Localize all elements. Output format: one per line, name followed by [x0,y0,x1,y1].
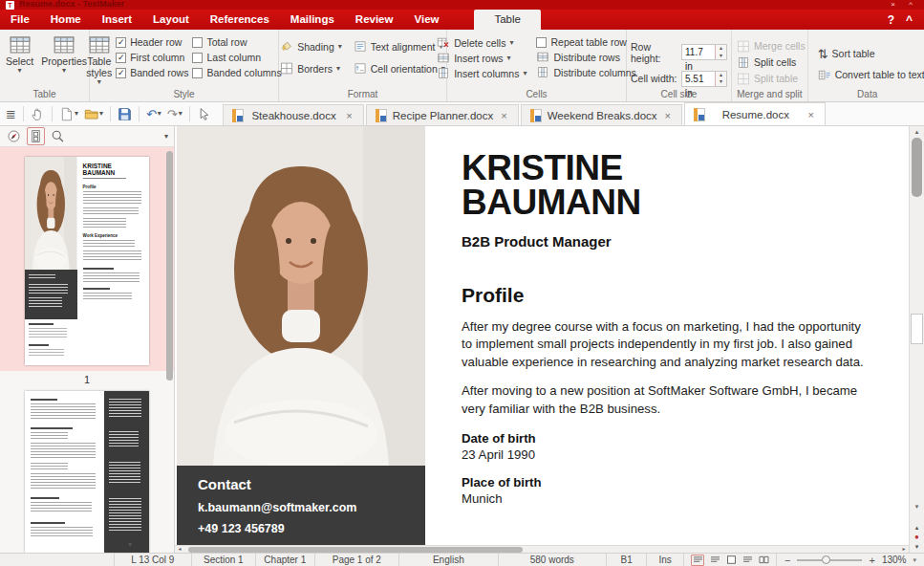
cell-width-input[interactable]: 5.51 in ▴ ▾ [681,71,727,87]
checkbox-banded-rows[interactable]: Banded rows [116,67,188,78]
table-styles-button[interactable]: Table styles ▾ [86,33,112,86]
scroll-down-icon[interactable]: ▾ [910,503,924,511]
page-2-thumbnail[interactable] [25,391,149,553]
close-icon[interactable]: × [663,110,673,121]
checkbox-first-column[interactable]: First column [116,52,188,63]
chevron-down-icon: ▾ [158,110,161,118]
normal-view-icon[interactable] [691,555,704,566]
horizontal-scroll-thumb[interactable] [188,547,523,553]
open-document-button[interactable]: ▾ [82,105,105,123]
page-view-icon[interactable] [725,555,737,565]
status-page[interactable]: Page 1 of 2 [314,554,398,566]
sort-table-button[interactable]: ⇅ Sort table [818,48,875,60]
sort-icon: ⇅ [818,48,828,60]
status-cell-reference[interactable]: B1 [606,554,646,566]
resume-text-column: KRISTINE BAUMANN B2B Product Manager Pro… [462,151,874,506]
fullscreen-view-icon[interactable] [741,555,753,565]
text-alignment-icon [354,40,367,53]
zoom-out-icon[interactable]: − [784,555,790,566]
doc-tab-weekend-breaks[interactable]: Weekend Breaks.docx × [521,104,682,125]
new-document-button[interactable]: ▾ [57,105,80,123]
zoom-options-icon[interactable]: ▾ [913,556,916,564]
vertical-scrollbar[interactable]: ▴ ▾ ▴ ● ▾ [909,126,924,553]
scroll-left-icon[interactable]: ◂ [175,546,184,553]
checkbox-total-row[interactable]: Total row [192,36,281,48]
close-icon[interactable]: × [499,110,508,121]
menu-review[interactable]: Review [345,10,404,30]
collapse-ribbon-icon[interactable]: ^ [906,13,913,27]
vertical-scroll-thumb[interactable] [912,138,922,197]
borders-button[interactable]: Borders ▾ [280,62,342,75]
close-icon[interactable]: × [344,110,354,121]
window-controls[interactable]: × ^ [891,0,918,10]
cell-orientation-button[interactable]: Cell orientation ▾ [354,62,445,75]
row-height-input[interactable]: 11.7 in ▴ ▾ [681,44,727,60]
tab-table-context[interactable]: Table [474,10,541,30]
menu-file[interactable]: File [0,10,40,30]
document-page[interactable]: Contact k.baumann@softmaker.com +49 123 … [175,126,909,545]
chevron-down-icon: ▾ [75,110,78,118]
distribute-columns-button[interactable]: Distribute columns [536,66,635,78]
menu-home[interactable]: Home [40,10,92,30]
select-button[interactable]: Select ▾ [2,33,37,75]
checkbox-last-column[interactable]: Last column [192,52,281,63]
properties-button[interactable]: Properties ▾ [41,33,87,75]
text-alignment-button[interactable]: Text alignment ▾ [354,40,445,53]
object-mode-button[interactable] [195,105,213,123]
split-window-handle[interactable] [911,314,923,344]
scroll-right-icon[interactable]: ▸ [899,546,909,553]
next-page-icon[interactable]: ▾ [915,543,919,551]
menu-mailings[interactable]: Mailings [280,10,345,30]
zoom-level[interactable]: 130% [882,555,907,565]
status-word-count[interactable]: 580 words [498,554,606,566]
menu-insert[interactable]: Insert [92,10,142,30]
checkbox-header-row[interactable]: Header row [116,36,188,48]
scroll-up-icon[interactable]: ▴ [910,128,924,136]
delete-cells-button[interactable]: Delete cells ▾ [437,36,526,49]
row-height-spinner[interactable]: ▴ ▾ [715,45,726,59]
browse-object-icon[interactable]: ● [914,533,919,541]
close-icon[interactable]: × [806,109,816,120]
horizontal-scrollbar[interactable]: ◂ ▸ [175,545,909,553]
zoom-slider[interactable] [797,559,862,561]
help-icon[interactable]: ? [888,13,894,27]
zoom-slider-knob[interactable] [822,555,830,564]
sidebar-toggle-button[interactable]: ≣ [4,105,18,123]
hand-tool-button[interactable] [29,105,47,123]
doc-tab-steakhouse[interactable]: Steakhouse.docx × [223,104,364,125]
status-chapter[interactable]: Chapter 1 [255,554,314,566]
sidebar-scrollbar-thumb[interactable] [166,151,173,381]
draft-view-icon[interactable] [709,555,720,565]
convert-table-button[interactable]: Convert table to text [818,69,924,81]
sidebar-options-icon[interactable]: ▾ [164,132,168,141]
status-insert-mode[interactable]: Ins [646,554,683,566]
distribute-rows-button[interactable]: Distribute rows [536,51,635,63]
doc-tab-resume[interactable]: Resume.docx × [684,102,826,125]
status-cursor-position[interactable]: L 13 Col 9 [114,554,191,566]
cell-width-spinner[interactable]: ▴ ▾ [715,72,726,86]
menu-view[interactable]: View [403,10,449,30]
menu-references[interactable]: References [200,10,280,30]
repeat-table-row-checkbox[interactable]: Repeat table row [536,36,635,48]
status-language[interactable]: English [398,554,498,566]
zoom-in-icon[interactable]: + [869,555,874,566]
checkbox-banded-columns[interactable]: Banded columns [192,67,281,78]
status-section[interactable]: Section 1 [191,554,255,566]
insert-columns-button[interactable]: Insert columns ▾ [437,67,526,79]
menu-layout[interactable]: Layout [142,10,200,30]
page-1-thumbnail[interactable]: KRISTINE BAUMANN Profile Work Experience [25,157,149,365]
insert-rows-button[interactable]: Insert rows ▾ [437,52,526,64]
sidebar-scroll-down-icon[interactable]: ▾ [128,540,132,549]
contact-phone: +49 123 456789 [198,522,404,535]
previous-page-icon[interactable]: ▴ [915,524,919,532]
save-button[interactable] [116,105,134,123]
book-view-icon[interactable] [758,555,769,565]
undo-button[interactable]: ↶▾ [144,105,163,123]
navigator-button[interactable] [6,128,22,144]
split-cells-button[interactable]: Split cells [737,56,796,69]
shading-button[interactable]: Shading ▾ [280,40,342,53]
thumbnails-view-button[interactable] [27,127,45,145]
search-button[interactable] [50,128,66,144]
doc-tab-recipe-planner[interactable]: Recipe Planner.docx × [366,104,519,125]
redo-button[interactable]: ↷▾ [165,105,184,123]
